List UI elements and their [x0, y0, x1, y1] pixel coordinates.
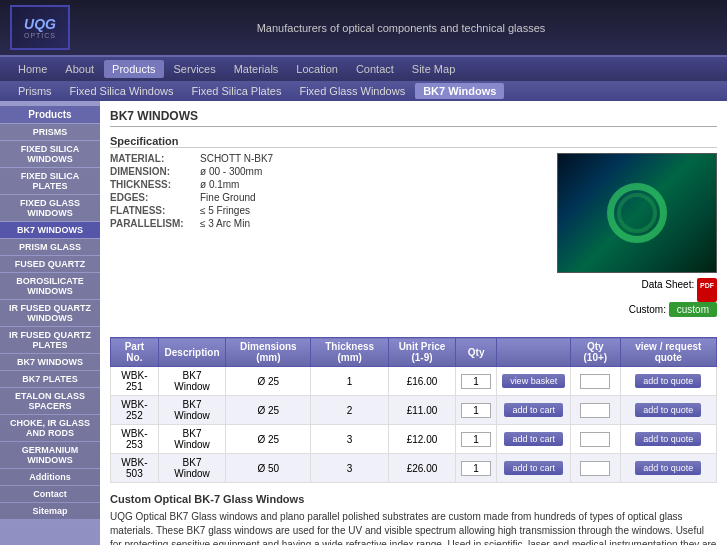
sidebar-item-fixed-silica-plates[interactable]: FIXED SILICA PLATES: [0, 168, 100, 194]
cell-dimensions: Ø 25: [226, 425, 311, 454]
col-unit-price: Unit Price (1-9): [388, 338, 455, 367]
cell-add-cart[interactable]: add to cart: [497, 425, 571, 454]
col-thickness: Thickness (mm): [311, 338, 388, 367]
nav-products[interactable]: Products: [104, 60, 163, 78]
col-description: Description: [158, 338, 225, 367]
sidebar-item-choke[interactable]: CHOKE, IR GLASS AND RODS: [0, 415, 100, 441]
products-table: Part No. Description Dimensions (mm) Thi…: [110, 337, 717, 483]
nav-sitemap[interactable]: Site Map: [404, 60, 463, 78]
add-cart-button[interactable]: add to cart: [504, 432, 563, 446]
nav-home[interactable]: Home: [10, 60, 55, 78]
col-qty-10: Qty (10+): [571, 338, 620, 367]
cell-qty[interactable]: [456, 425, 497, 454]
qty-input[interactable]: [461, 374, 491, 389]
spec-flatness-row: FLATNESS: ≤ 5 Fringes: [110, 205, 542, 216]
custom-button[interactable]: custom: [669, 302, 717, 317]
sub-nav-bk7-windows[interactable]: BK7 Windows: [415, 83, 504, 99]
sidebar-item-contact[interactable]: Contact: [0, 486, 100, 502]
cell-add-cart[interactable]: add to cart: [497, 454, 571, 483]
header-tagline: Manufacturers of optical components and …: [85, 22, 717, 34]
cell-add-cart[interactable]: add to cart: [497, 396, 571, 425]
sidebar-item-fixed-silica-windows[interactable]: FIXED SILICA WINDOWS: [0, 141, 100, 167]
cell-qty-10[interactable]: [571, 396, 620, 425]
cell-description: BK7 Window: [158, 367, 225, 396]
nav-materials[interactable]: Materials: [226, 60, 287, 78]
sub-nav-prisms[interactable]: Prisms: [10, 83, 60, 99]
product-image: [557, 153, 717, 273]
sidebar-item-prisms[interactable]: PRISMS: [0, 124, 100, 140]
sidebar: Products PRISMS FIXED SILICA WINDOWS FIX…: [0, 101, 100, 545]
sidebar-item-borosilicate[interactable]: BOROSILICATE WINDOWS: [0, 273, 100, 299]
cell-add-cart[interactable]: view basket: [497, 367, 571, 396]
cell-qty[interactable]: [456, 454, 497, 483]
cell-part-no: WBK-503: [111, 454, 159, 483]
cell-description: BK7 Window: [158, 396, 225, 425]
cell-add-quote[interactable]: add to quote: [620, 396, 716, 425]
data-sheet-area: Data Sheet: PDF Custom: custom: [629, 278, 717, 317]
cell-qty[interactable]: [456, 396, 497, 425]
cell-part-no: WBK-252: [111, 396, 159, 425]
sidebar-item-prism-glass[interactable]: PRISM GLASS: [0, 239, 100, 255]
qty-10-input[interactable]: [580, 461, 610, 476]
nav-location[interactable]: Location: [288, 60, 346, 78]
cell-add-quote[interactable]: add to quote: [620, 425, 716, 454]
qty-10-input[interactable]: [580, 432, 610, 447]
cell-add-quote[interactable]: add to quote: [620, 367, 716, 396]
spec-edges-row: EDGES: Fine Ground: [110, 192, 542, 203]
qty-input[interactable]: [461, 461, 491, 476]
sidebar-item-fused-quartz[interactable]: FUSED QUARTZ: [0, 256, 100, 272]
add-quote-button[interactable]: add to quote: [635, 432, 701, 446]
spec-parallelism-label: PARALLELISM:: [110, 218, 200, 229]
sidebar-item-bk7-windows[interactable]: BK7 WINDOWS: [0, 222, 100, 238]
add-quote-button[interactable]: add to quote: [635, 461, 701, 475]
table-row: WBK-253 BK7 Window Ø 25 3 £12.00 add to …: [111, 425, 717, 454]
nav-about[interactable]: About: [57, 60, 102, 78]
sidebar-item-ir-fused-quartz-plates[interactable]: IR FUSED QUARTZ PLATES: [0, 327, 100, 353]
sub-nav-fixed-silica-plates[interactable]: Fixed Silica Plates: [184, 83, 290, 99]
spec-thickness-label: THICKNESS:: [110, 179, 200, 190]
qty-input[interactable]: [461, 403, 491, 418]
qty-10-input[interactable]: [580, 374, 610, 389]
sidebar-item-etalon[interactable]: ETALON GLASS SPACERS: [0, 388, 100, 414]
sidebar-header: Products: [0, 106, 100, 123]
sidebar-item-additions[interactable]: Additions: [0, 469, 100, 485]
cell-price: £12.00: [388, 425, 455, 454]
cell-thickness: 1: [311, 367, 388, 396]
cell-dimensions: Ø 50: [226, 454, 311, 483]
nav-services[interactable]: Services: [166, 60, 224, 78]
add-cart-button[interactable]: add to cart: [504, 461, 563, 475]
custom-label: Custom:: [629, 304, 666, 315]
specification-section: Specification Data Sheet: PDF Custom: cu…: [110, 135, 717, 327]
spec-flatness-value: ≤ 5 Fringes: [200, 205, 250, 216]
site-header: UQG OPTICS Manufacturers of optical comp…: [0, 0, 727, 57]
cell-qty[interactable]: [456, 367, 497, 396]
add-cart-button[interactable]: add to cart: [504, 403, 563, 417]
cell-qty-10[interactable]: [571, 425, 620, 454]
sidebar-item-bk7-plates[interactable]: BK7 PLATES: [0, 371, 100, 387]
sidebar-item-bk7-windows-2[interactable]: BK7 WINDOWS: [0, 354, 100, 370]
qty-input[interactable]: [461, 432, 491, 447]
sidebar-item-sitemap[interactable]: Sitemap: [0, 503, 100, 519]
spec-dimension-label: DIMENSION:: [110, 166, 200, 177]
spec-heading: Specification: [110, 135, 717, 148]
spec-edges-label: EDGES:: [110, 192, 200, 203]
view-basket-button[interactable]: view basket: [502, 374, 565, 388]
cell-thickness: 3: [311, 454, 388, 483]
col-qty: Qty: [456, 338, 497, 367]
sidebar-item-germanium[interactable]: GERMANIUM WINDOWS: [0, 442, 100, 468]
cell-price: £26.00: [388, 454, 455, 483]
cell-add-quote[interactable]: add to quote: [620, 454, 716, 483]
qty-10-input[interactable]: [580, 403, 610, 418]
spec-dimension-row: DIMENSION: ø 00 - 300mm: [110, 166, 542, 177]
sub-nav-fixed-glass-windows[interactable]: Fixed Glass Windows: [291, 83, 413, 99]
add-quote-button[interactable]: add to quote: [635, 374, 701, 388]
sidebar-item-fixed-glass-windows[interactable]: FIXED GLASS WINDOWS: [0, 195, 100, 221]
cell-qty-10[interactable]: [571, 454, 620, 483]
spec-thickness-row: THICKNESS: ø 0.1mm: [110, 179, 542, 190]
cell-qty-10[interactable]: [571, 367, 620, 396]
spec-parallelism-value: ≤ 3 Arc Min: [200, 218, 250, 229]
nav-contact[interactable]: Contact: [348, 60, 402, 78]
sidebar-item-ir-fused-quartz-windows[interactable]: IR FUSED QUARTZ WINDOWS: [0, 300, 100, 326]
add-quote-button[interactable]: add to quote: [635, 403, 701, 417]
sub-nav-fixed-silica-windows[interactable]: Fixed Silica Windows: [62, 83, 182, 99]
